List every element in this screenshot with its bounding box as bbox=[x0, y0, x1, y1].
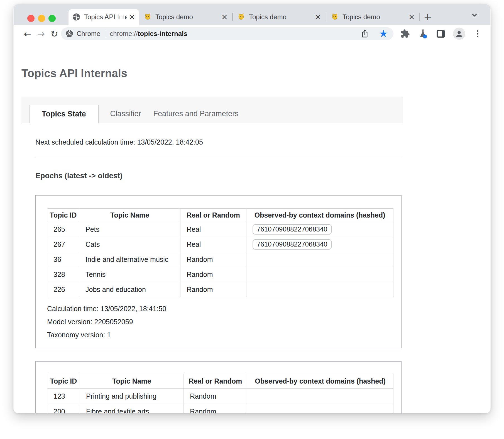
chrome-logo-icon bbox=[65, 30, 73, 38]
col-header-topic-name: Topic Name bbox=[80, 374, 184, 389]
tab-title-fade bbox=[113, 11, 125, 23]
url-text: chrome://topics-internals bbox=[110, 30, 187, 38]
tab-close-icon[interactable]: × bbox=[221, 13, 228, 21]
cell-topic-name: Pets bbox=[79, 222, 180, 237]
table-row: 226 Jobs and education Random bbox=[47, 282, 393, 297]
topics-table: Topic ID Topic Name Real or Random Obser… bbox=[47, 374, 393, 413]
side-panel-icon[interactable] bbox=[435, 28, 446, 39]
cat-favicon-icon bbox=[237, 13, 245, 21]
window-controls bbox=[27, 15, 56, 22]
bookmark-star-icon[interactable]: ★ bbox=[379, 29, 388, 39]
page-tabs: Topics State Classifier Features and Par… bbox=[21, 97, 403, 123]
tab-title: Topics demo bbox=[155, 13, 219, 21]
tab-close-icon[interactable]: × bbox=[129, 13, 135, 21]
cell-topic-name: Jobs and education bbox=[79, 282, 180, 297]
browser-toolbar: ← → ↻ Chrome chrome://topics-internals ★ bbox=[14, 25, 490, 43]
col-header-topic-id: Topic ID bbox=[47, 209, 79, 222]
forward-button[interactable]: → bbox=[34, 27, 48, 40]
omnibox[interactable]: Chrome chrome://topics-internals ★ bbox=[61, 27, 393, 40]
cell-topic-id: 265 bbox=[47, 222, 79, 237]
minimize-window-button[interactable] bbox=[38, 15, 45, 22]
cell-real-or-random: Random bbox=[184, 404, 247, 414]
cell-real-or-random: Random bbox=[184, 389, 247, 404]
kebab-menu-icon[interactable] bbox=[472, 28, 483, 39]
table-row: 265 Pets Real 7610709088227068340 bbox=[47, 222, 393, 237]
section-divider bbox=[35, 158, 403, 158]
cell-observed-by bbox=[247, 404, 393, 414]
page-content: Topics API Internals Topics State Classi… bbox=[14, 43, 490, 413]
table-row: 36 Indie and alternative music Random bbox=[47, 252, 393, 267]
extensions-puzzle-icon[interactable] bbox=[400, 28, 411, 39]
back-button[interactable]: ← bbox=[21, 27, 34, 40]
browser-tab-topics-demo-1[interactable]: Topics demo × bbox=[139, 9, 232, 25]
epoch-card-latest: Topic ID Topic Name Real or Random Obser… bbox=[35, 195, 402, 348]
col-header-observed-by: Observed-by context domains (hashed) bbox=[247, 374, 393, 389]
cell-topic-id: 200 bbox=[47, 404, 80, 414]
next-calculation-text: Next scheduled calculation time: 13/05/2… bbox=[35, 138, 490, 147]
cat-favicon-icon bbox=[331, 13, 339, 21]
epoch-card-older: Topic ID Topic Name Real or Random Obser… bbox=[35, 361, 402, 413]
cell-topic-id: 123 bbox=[47, 389, 80, 404]
tab-search-chevron-icon[interactable] bbox=[470, 11, 479, 20]
cell-observed-by bbox=[246, 252, 393, 267]
cell-real-or-random: Random bbox=[180, 267, 246, 282]
cell-observed-by: 7610709088227068340 bbox=[246, 222, 393, 237]
reload-button[interactable]: ↻ bbox=[48, 27, 61, 40]
col-header-observed-by: Observed-by context domains (hashed) bbox=[246, 209, 393, 222]
cell-real-or-random: Random bbox=[180, 282, 246, 297]
cell-real-or-random: Random bbox=[180, 252, 246, 267]
col-header-real-or-random: Real or Random bbox=[180, 209, 246, 222]
profile-avatar[interactable] bbox=[453, 28, 465, 40]
globe-favicon-icon bbox=[72, 13, 80, 21]
epochs-heading: Epochs (latest -> oldest) bbox=[35, 171, 490, 181]
omnibox-divider bbox=[105, 30, 105, 37]
cell-topic-name: Cats bbox=[79, 237, 180, 252]
cell-topic-name: Fibre and textile arts bbox=[80, 404, 184, 414]
page-title: Topics API Internals bbox=[21, 67, 490, 80]
cell-topic-id: 267 bbox=[47, 237, 79, 252]
cell-observed-by bbox=[247, 389, 393, 404]
browser-window: Topics API Internals × Topics demo × Top… bbox=[13, 4, 491, 413]
cell-real-or-random: Real bbox=[180, 237, 246, 252]
cat-favicon-icon bbox=[144, 13, 151, 21]
cell-topic-id: 226 bbox=[47, 282, 79, 297]
share-icon[interactable] bbox=[360, 29, 370, 38]
observed-domain-chip: 7610709088227068340 bbox=[253, 224, 332, 235]
tab-topics-state[interactable]: Topics State bbox=[29, 105, 99, 123]
tab-features-and-parameters[interactable]: Features and Parameters bbox=[147, 104, 245, 123]
cell-observed-by bbox=[246, 267, 393, 282]
browser-tab-topics-api-internals[interactable]: Topics API Internals × bbox=[68, 9, 139, 25]
cell-topic-id: 328 bbox=[47, 267, 79, 282]
cell-real-or-random: Real bbox=[180, 222, 246, 237]
new-tab-button[interactable]: + bbox=[420, 9, 436, 25]
cell-topic-name: Tennis bbox=[79, 267, 180, 282]
cell-topic-id: 36 bbox=[47, 252, 79, 267]
flask-icon[interactable] bbox=[417, 28, 429, 39]
browser-tab-topics-demo-3[interactable]: Topics demo × bbox=[326, 9, 419, 25]
calculation-time-text: Calculation time: 13/05/2022, 18:41:50 bbox=[47, 302, 394, 315]
model-version-text: Model version: 2205052059 bbox=[47, 315, 394, 328]
tab-divider bbox=[419, 13, 420, 21]
tab-title: Topics demo bbox=[249, 13, 313, 21]
table-row: 200 Fibre and textile arts Random bbox=[47, 404, 393, 414]
table-row: 328 Tennis Random bbox=[47, 267, 393, 282]
browser-tab-topics-demo-2[interactable]: Topics demo × bbox=[233, 9, 326, 25]
zoom-window-button[interactable] bbox=[48, 15, 56, 22]
col-header-topic-name: Topic Name bbox=[79, 209, 180, 222]
tab-title: Topics demo bbox=[342, 13, 406, 21]
table-header-row: Topic ID Topic Name Real or Random Obser… bbox=[47, 374, 393, 389]
table-header-row: Topic ID Topic Name Real or Random Obser… bbox=[47, 209, 393, 222]
observed-domain-chip: 7610709088227068340 bbox=[253, 239, 332, 250]
tab-classifier[interactable]: Classifier bbox=[104, 104, 147, 123]
close-window-button[interactable] bbox=[27, 15, 35, 22]
cell-observed-by bbox=[246, 282, 393, 297]
browser-tabstrip: Topics API Internals × Topics demo × Top… bbox=[14, 4, 490, 25]
table-row: 267 Cats Real 7610709088227068340 bbox=[47, 237, 393, 252]
tab-close-icon[interactable]: × bbox=[315, 13, 321, 21]
url-host: topics-internals bbox=[138, 30, 187, 37]
url-scheme: chrome:// bbox=[110, 30, 138, 37]
col-header-topic-id: Topic ID bbox=[47, 374, 80, 389]
tab-close-icon[interactable]: × bbox=[408, 13, 415, 21]
topics-table: Topic ID Topic Name Real or Random Obser… bbox=[47, 208, 393, 297]
cell-topic-name: Printing and publishing bbox=[80, 389, 184, 404]
